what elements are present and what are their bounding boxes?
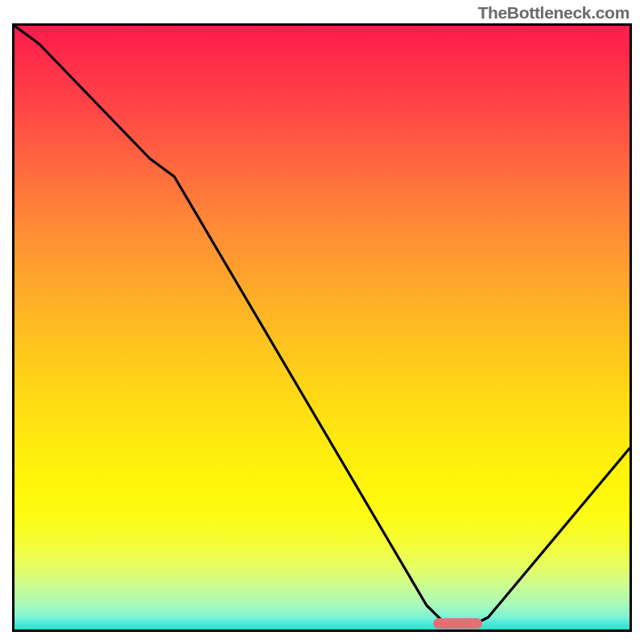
chart-curve (14, 26, 630, 630)
plot-area (12, 23, 632, 632)
watermark-text: TheBottleneck.com (477, 3, 630, 23)
optimum-marker (433, 618, 482, 629)
